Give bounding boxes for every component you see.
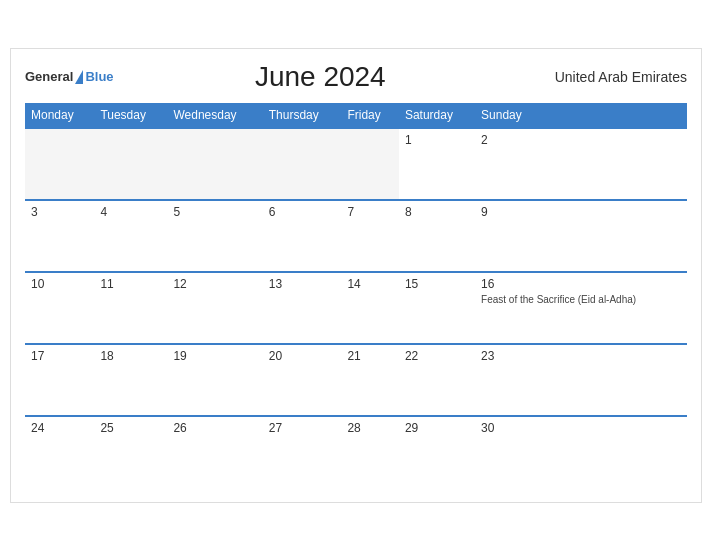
calendar-cell: 5 — [167, 200, 262, 272]
week-row-4: 17181920212223 — [25, 344, 687, 416]
day-number: 22 — [405, 349, 469, 363]
weekday-header-wednesday: Wednesday — [167, 103, 262, 128]
calendar-cell: 26 — [167, 416, 262, 488]
calendar-cell: 11 — [94, 272, 167, 344]
weekday-header-saturday: Saturday — [399, 103, 475, 128]
day-number: 30 — [481, 421, 681, 435]
day-number: 3 — [31, 205, 88, 219]
week-row-2: 3456789 — [25, 200, 687, 272]
day-number: 6 — [269, 205, 336, 219]
day-number: 10 — [31, 277, 88, 291]
day-number: 12 — [173, 277, 256, 291]
logo: General Blue — [25, 69, 114, 85]
calendar-cell: 2 — [475, 128, 687, 200]
calendar-grid: MondayTuesdayWednesdayThursdayFridaySatu… — [25, 103, 687, 488]
weekday-header-sunday: Sunday — [475, 103, 687, 128]
calendar-cell: 27 — [263, 416, 342, 488]
week-row-3: 10111213141516Feast of the Sacrifice (Ei… — [25, 272, 687, 344]
calendar-cell: 4 — [94, 200, 167, 272]
weekday-header-monday: Monday — [25, 103, 94, 128]
day-number: 2 — [481, 133, 681, 147]
day-number: 21 — [347, 349, 393, 363]
day-number: 11 — [100, 277, 161, 291]
day-number: 18 — [100, 349, 161, 363]
day-number: 29 — [405, 421, 469, 435]
calendar-cell: 21 — [341, 344, 399, 416]
day-number: 9 — [481, 205, 681, 219]
calendar-cell: 14 — [341, 272, 399, 344]
day-number: 17 — [31, 349, 88, 363]
calendar-cell: 25 — [94, 416, 167, 488]
logo-triangle-icon — [75, 70, 83, 84]
calendar-cell: 9 — [475, 200, 687, 272]
weekday-header-thursday: Thursday — [263, 103, 342, 128]
day-number: 14 — [347, 277, 393, 291]
day-number: 13 — [269, 277, 336, 291]
calendar-cell: 20 — [263, 344, 342, 416]
day-number: 24 — [31, 421, 88, 435]
day-number: 20 — [269, 349, 336, 363]
weekday-header-row: MondayTuesdayWednesdayThursdayFridaySatu… — [25, 103, 687, 128]
calendar-cell: 6 — [263, 200, 342, 272]
calendar-cell: 12 — [167, 272, 262, 344]
day-number: 16 — [481, 277, 681, 291]
calendar-cell: 8 — [399, 200, 475, 272]
day-number: 27 — [269, 421, 336, 435]
day-number: 8 — [405, 205, 469, 219]
calendar-cell — [341, 128, 399, 200]
calendar-cell — [94, 128, 167, 200]
calendar-wrapper: General Blue June 2024 United Arab Emira… — [10, 48, 702, 503]
day-number: 28 — [347, 421, 393, 435]
week-row-5: 24252627282930 — [25, 416, 687, 488]
calendar-header: General Blue June 2024 United Arab Emira… — [25, 61, 687, 93]
calendar-cell: 30 — [475, 416, 687, 488]
day-number: 25 — [100, 421, 161, 435]
calendar-cell: 17 — [25, 344, 94, 416]
day-number: 15 — [405, 277, 469, 291]
calendar-title: June 2024 — [114, 61, 527, 93]
calendar-cell: 1 — [399, 128, 475, 200]
calendar-cell: 10 — [25, 272, 94, 344]
day-number: 19 — [173, 349, 256, 363]
calendar-cell: 22 — [399, 344, 475, 416]
calendar-cell: 23 — [475, 344, 687, 416]
day-number: 23 — [481, 349, 681, 363]
calendar-cell: 29 — [399, 416, 475, 488]
calendar-cell: 7 — [341, 200, 399, 272]
week-row-1: 12 — [25, 128, 687, 200]
weekday-header-friday: Friday — [341, 103, 399, 128]
calendar-cell: 3 — [25, 200, 94, 272]
logo-blue-text: Blue — [85, 69, 113, 85]
day-number: 5 — [173, 205, 256, 219]
day-number: 4 — [100, 205, 161, 219]
calendar-cell: 24 — [25, 416, 94, 488]
weekday-header-tuesday: Tuesday — [94, 103, 167, 128]
day-number: 7 — [347, 205, 393, 219]
calendar-cell: 28 — [341, 416, 399, 488]
event-text: Feast of the Sacrifice (Eid al-Adha) — [481, 293, 681, 306]
day-number: 26 — [173, 421, 256, 435]
calendar-cell — [25, 128, 94, 200]
calendar-cell — [263, 128, 342, 200]
calendar-cell: 16Feast of the Sacrifice (Eid al-Adha) — [475, 272, 687, 344]
calendar-country: United Arab Emirates — [527, 69, 687, 85]
calendar-cell: 18 — [94, 344, 167, 416]
day-number: 1 — [405, 133, 469, 147]
calendar-cell: 13 — [263, 272, 342, 344]
calendar-cell — [167, 128, 262, 200]
calendar-cell: 15 — [399, 272, 475, 344]
logo-general-text: General — [25, 69, 73, 85]
calendar-cell: 19 — [167, 344, 262, 416]
